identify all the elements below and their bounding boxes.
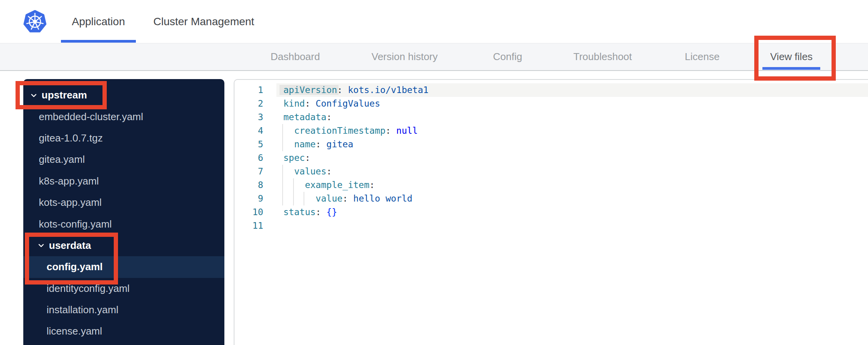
app-header: ApplicationCluster Management xyxy=(0,0,868,43)
token-colon: : xyxy=(316,207,321,217)
annotation-box-view-files-tab xyxy=(754,36,836,81)
annotation-box-userdata-and-config-yaml xyxy=(25,233,118,285)
code-line-text: status: {} xyxy=(283,205,337,219)
file-label: kots-app.yaml xyxy=(39,197,102,209)
code-line-text: name: gitea xyxy=(283,138,353,151)
token-colon: : xyxy=(316,139,321,149)
token-val: kots.io/v1beta1 xyxy=(342,85,429,95)
nav-item-label: Version history xyxy=(372,51,438,63)
code-line-8[interactable]: 8 example_item: xyxy=(234,178,868,192)
header-tab-cluster-management[interactable]: Cluster Management xyxy=(153,0,254,43)
token-key: values xyxy=(294,166,326,176)
line-number[interactable]: 4 xyxy=(234,124,263,138)
token-key: value xyxy=(316,193,342,204)
kots-admin-console: ApplicationCluster Management DashboardV… xyxy=(0,0,868,345)
nav-item-label: Troubleshoot xyxy=(573,51,632,63)
indent-guide xyxy=(282,138,283,151)
line-number[interactable]: 8 xyxy=(234,178,263,192)
token-key: metadata xyxy=(283,112,326,122)
file-tree-item-kots-config-yaml[interactable]: kots-config.yaml xyxy=(23,213,224,235)
token-key: example_item xyxy=(305,180,369,190)
token-val: gitea xyxy=(321,139,353,149)
code-line-7[interactable]: 7 values: xyxy=(234,165,868,178)
file-tree-item-k8s-app-yaml[interactable]: k8s-app.yaml xyxy=(23,171,224,192)
yaml-editor[interactable]: 1apiVersion: kots.io/v1beta12kind: Confi… xyxy=(234,79,868,345)
token-brace: {} xyxy=(321,207,337,217)
header-tab-label: Application xyxy=(72,16,125,28)
token-colon: : xyxy=(326,166,332,176)
token-colon: : xyxy=(385,126,391,136)
code-line-5[interactable]: 5 name: gitea xyxy=(234,138,868,151)
token-colon: : xyxy=(342,193,348,204)
file-label: k8s-app.yaml xyxy=(39,175,99,187)
code-line-text: kind: ConfigValues xyxy=(283,97,380,110)
nav-item-label: License xyxy=(685,51,720,63)
indent-guide xyxy=(282,192,283,205)
token-key: creationTimestamp xyxy=(294,126,385,136)
token-colon: : xyxy=(305,98,310,109)
nav-item-troubleshoot[interactable]: Troubleshoot xyxy=(573,43,632,70)
code-line-3[interactable]: 3metadata: xyxy=(234,110,868,124)
token-colon: : xyxy=(337,85,342,95)
token-kw: null xyxy=(391,126,418,136)
nav-item-label: Config xyxy=(493,51,522,63)
code-line-6[interactable]: 6spec: xyxy=(234,151,868,165)
file-tree-item-gitea-yaml[interactable]: gitea.yaml xyxy=(23,149,224,170)
app-navbar: DashboardVersion historyConfigTroublesho… xyxy=(0,43,868,71)
file-tree-sidebar: upstreamembedded-cluster.yamlgitea-1.0.7… xyxy=(23,79,224,345)
indent-guide xyxy=(282,178,283,192)
file-label: embedded-cluster.yaml xyxy=(39,111,143,123)
code-line-text: values: xyxy=(283,165,332,178)
token-key: status xyxy=(283,207,316,217)
nav-item-license[interactable]: License xyxy=(685,43,720,70)
file-tree-item-installation-yaml[interactable]: installation.yaml xyxy=(23,299,224,321)
token-key: name xyxy=(294,139,316,149)
token-colon: : xyxy=(305,153,310,163)
indent-guide xyxy=(282,124,283,138)
nav-item-dashboard[interactable]: Dashboard xyxy=(271,43,320,70)
code-line-text: value: hello world xyxy=(283,192,412,205)
code-line-text: apiVersion: kots.io/v1beta1 xyxy=(283,83,429,97)
file-tree-item-gitea-1-0-7-tgz[interactable]: gitea-1.0.7.tgz xyxy=(23,128,224,149)
line-number[interactable]: 1 xyxy=(234,83,263,97)
line-number[interactable]: 3 xyxy=(234,110,263,124)
file-label: gitea-1.0.7.tgz xyxy=(39,132,103,144)
code-line-text: metadata: xyxy=(283,110,332,124)
code-line-11[interactable]: 11 xyxy=(234,219,868,233)
token-key: apiVersion xyxy=(279,85,339,95)
file-tree-item-license-yaml[interactable]: license.yaml xyxy=(23,321,224,342)
header-tabs: ApplicationCluster Management xyxy=(0,0,868,43)
token-colon: : xyxy=(326,112,332,122)
file-tree-item-kots-app-yaml[interactable]: kots-app.yaml xyxy=(23,192,224,213)
code-line-1[interactable]: 1apiVersion: kots.io/v1beta1 xyxy=(234,83,868,97)
code-line-9[interactable]: 9 value: hello world xyxy=(234,192,868,205)
token-val: ConfigValues xyxy=(310,98,380,109)
code-line-10[interactable]: 10status: {} xyxy=(234,205,868,219)
code-line-text: creationTimestamp: null xyxy=(283,124,418,138)
code-line-4[interactable]: 4 creationTimestamp: null xyxy=(234,124,868,138)
line-number[interactable]: 11 xyxy=(234,219,263,233)
file-label: kots-config.yaml xyxy=(39,218,112,230)
line-number[interactable]: 7 xyxy=(234,165,263,178)
header-tab-label: Cluster Management xyxy=(153,16,254,28)
nav-item-config[interactable]: Config xyxy=(493,43,522,70)
header-tab-application[interactable]: Application xyxy=(72,0,125,43)
code-line-text: example_item: xyxy=(283,178,375,192)
line-number[interactable]: 2 xyxy=(234,97,263,110)
token-val: hello world xyxy=(348,193,412,204)
line-number[interactable]: 10 xyxy=(234,205,263,219)
token-colon: : xyxy=(370,180,375,190)
nav-item-version-history[interactable]: Version history xyxy=(372,43,438,70)
nav-item-label: Dashboard xyxy=(271,51,320,63)
token-key: kind xyxy=(283,98,305,109)
annotation-box-upstream-folder xyxy=(16,81,107,109)
code-line-2[interactable]: 2kind: ConfigValues xyxy=(234,97,868,110)
indent-guide xyxy=(282,165,283,178)
line-number[interactable]: 5 xyxy=(234,138,263,151)
file-label: gitea.yaml xyxy=(39,154,85,166)
file-label: license.yaml xyxy=(47,325,102,337)
token-key: spec xyxy=(283,153,305,163)
code-line-text: spec: xyxy=(283,151,310,165)
line-number[interactable]: 6 xyxy=(234,151,263,165)
line-number[interactable]: 9 xyxy=(234,192,263,205)
